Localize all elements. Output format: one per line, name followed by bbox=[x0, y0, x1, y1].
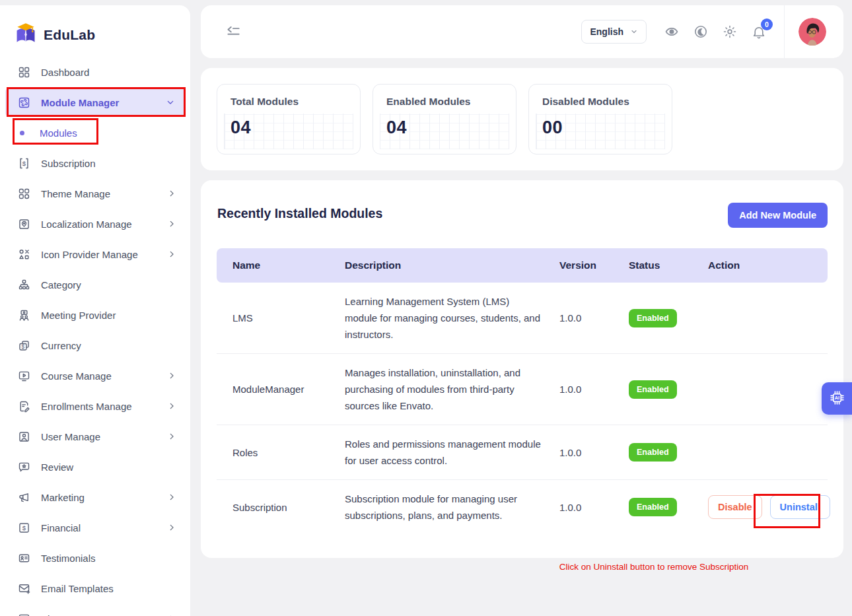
sidebar-item-testimonials[interactable]: Testimonials bbox=[0, 543, 190, 573]
topbar: English 0 bbox=[201, 5, 843, 58]
sidebar-item-localization-manage[interactable]: Localization Manage bbox=[0, 209, 190, 239]
blog-icon bbox=[17, 612, 31, 616]
sidebar-item-user-manage[interactable]: User Manage bbox=[0, 421, 190, 452]
chevron-right-icon bbox=[166, 492, 177, 502]
user-avatar[interactable] bbox=[799, 18, 826, 46]
sidebar-item-course-manage[interactable]: Course Manage bbox=[0, 360, 190, 391]
sidebar-item-category[interactable]: Category bbox=[0, 269, 190, 300]
sidebar-item-label: Course Manage bbox=[41, 370, 157, 382]
sidebar-item-label: Financial bbox=[41, 522, 157, 533]
sidebar-item-module-manager[interactable]: Module Manager bbox=[5, 88, 185, 117]
chevron-right-icon bbox=[166, 249, 177, 259]
sidebar-item-review[interactable]: Review bbox=[0, 452, 190, 482]
notification-count-badge: 0 bbox=[761, 18, 773, 30]
column-header-status: Status bbox=[629, 259, 708, 271]
module-name: Subscription bbox=[232, 502, 345, 513]
stat-card-total-modules: Total Modules 04 bbox=[217, 84, 361, 154]
sidebar-item-label: User Manage bbox=[41, 431, 157, 442]
subscription-icon: $ bbox=[17, 156, 31, 170]
table-row-lms: LMS Learning Management System (LMS) mod… bbox=[217, 283, 828, 354]
status-cell: Enabled bbox=[629, 443, 708, 462]
stat-card-disabled-modules: Disabled Modules 00 bbox=[528, 84, 672, 154]
table-row-modulemanager: ModuleManager Manages installation, unin… bbox=[217, 354, 828, 425]
sidebar-item-label: Modules bbox=[40, 127, 177, 139]
topbar-right-group: English 0 bbox=[581, 5, 843, 58]
modules-panel: Recently Installed Modules Add New Modul… bbox=[201, 180, 843, 558]
svg-text:$: $ bbox=[22, 524, 26, 531]
sidebar-item-label: Marketing bbox=[41, 492, 157, 503]
ai-chip-icon: AI bbox=[829, 390, 845, 408]
module-description: Subscription module for managing user su… bbox=[345, 491, 559, 524]
stat-value: 00 bbox=[542, 118, 658, 138]
sidebar-item-label: Localization Manage bbox=[41, 219, 157, 230]
status-cell: Enabled bbox=[629, 309, 708, 327]
module-description: Roles and permissions management module … bbox=[345, 436, 559, 469]
column-header-name: Name bbox=[232, 259, 345, 271]
sidebar-item-label: Currency bbox=[41, 340, 177, 351]
topbar-divider bbox=[784, 5, 785, 58]
stat-label: Total Modules bbox=[231, 96, 347, 108]
language-select[interactable]: English bbox=[581, 20, 647, 44]
localization-icon bbox=[17, 217, 31, 231]
sidebar-item-label: Email Templates bbox=[41, 583, 177, 594]
sidebar-item-label: Icon Provider Manage bbox=[41, 249, 157, 260]
bullet-icon bbox=[20, 131, 24, 135]
chevron-right-icon bbox=[166, 188, 177, 199]
dashboard-icon bbox=[17, 65, 31, 79]
sidebar-item-enrollments-manage[interactable]: Enrollments Manage bbox=[0, 391, 190, 421]
status-badge: Enabled bbox=[629, 498, 677, 516]
sidebar-item-modules[interactable]: Modules bbox=[0, 118, 190, 148]
disable-button[interactable]: Disable bbox=[708, 495, 762, 519]
notifications-button[interactable]: 0 bbox=[751, 24, 767, 40]
visibility-icon bbox=[664, 24, 680, 40]
add-new-module-button[interactable]: Add New Module bbox=[728, 203, 828, 228]
sidebar-item-theme-manage[interactable]: Theme Manage bbox=[0, 178, 190, 209]
module-description: Learning Management System (LMS) module … bbox=[345, 293, 559, 343]
currency-icon: $ bbox=[17, 339, 31, 353]
module-version: 1.0.0 bbox=[559, 447, 629, 458]
chevron-right-icon bbox=[166, 613, 177, 616]
chevron-down-icon bbox=[165, 97, 176, 108]
module-name: Roles bbox=[232, 447, 345, 458]
financial-icon: $ bbox=[17, 521, 31, 535]
status-cell: Enabled bbox=[629, 380, 708, 399]
chevron-right-icon bbox=[166, 522, 177, 533]
sidebar-item-label: Module Manager bbox=[41, 97, 155, 108]
settings-button[interactable] bbox=[722, 24, 738, 40]
sidebar-item-financial[interactable]: $Financial bbox=[0, 512, 190, 543]
sidebar-item-label: Subscription bbox=[41, 158, 177, 169]
table-body: LMS Learning Management System (LMS) mod… bbox=[217, 283, 828, 534]
sidebar-item-marketing[interactable]: Marketing bbox=[0, 482, 190, 512]
review-icon bbox=[17, 460, 31, 474]
status-cell: Enabled bbox=[629, 498, 708, 516]
sidebar-collapse-icon[interactable] bbox=[225, 23, 242, 40]
sidebar-item-label: Review bbox=[41, 462, 177, 473]
sidebar-item-label: Testimonials bbox=[41, 553, 177, 564]
dark-mode-icon bbox=[693, 24, 709, 40]
chevron-right-icon bbox=[166, 219, 177, 229]
stat-card-enabled-modules: Enabled Modules 04 bbox=[373, 84, 516, 154]
sidebar-item-subscription[interactable]: $Subscription bbox=[0, 148, 190, 178]
sidebar-item-email-templates[interactable]: Email Templates bbox=[0, 573, 190, 603]
sidebar-item-dashboard[interactable]: Dashboard bbox=[0, 57, 190, 87]
uninstall-button[interactable]: Uninstall bbox=[770, 495, 830, 519]
course-icon bbox=[17, 369, 31, 383]
module-manager-icon bbox=[17, 96, 31, 110]
module-name: ModuleManager bbox=[232, 384, 345, 395]
sidebar-item-blog-manage[interactable]: Blog Manage bbox=[0, 603, 190, 616]
visibility-button[interactable] bbox=[664, 24, 680, 40]
column-header-version: Version bbox=[559, 259, 629, 271]
sidebar-item-label: Meeting Provider bbox=[41, 310, 177, 321]
sidebar-item-currency[interactable]: $Currency bbox=[0, 330, 190, 360]
dark-mode-button[interactable] bbox=[693, 24, 709, 40]
brand-name: EduLab bbox=[44, 27, 95, 43]
category-icon bbox=[17, 278, 31, 292]
edulab-logo-icon bbox=[13, 21, 38, 49]
ai-assistant-button[interactable]: AI bbox=[822, 382, 852, 415]
brand-logo[interactable]: EduLab bbox=[13, 21, 95, 49]
sidebar-item-label: Category bbox=[41, 279, 177, 291]
sidebar-item-meeting-provider[interactable]: Meeting Provider bbox=[0, 300, 190, 330]
chevron-right-icon bbox=[166, 431, 177, 442]
sidebar-item-icon-provider-manage[interactable]: Icon Provider Manage bbox=[0, 239, 190, 269]
stat-label: Disabled Modules bbox=[542, 96, 658, 108]
